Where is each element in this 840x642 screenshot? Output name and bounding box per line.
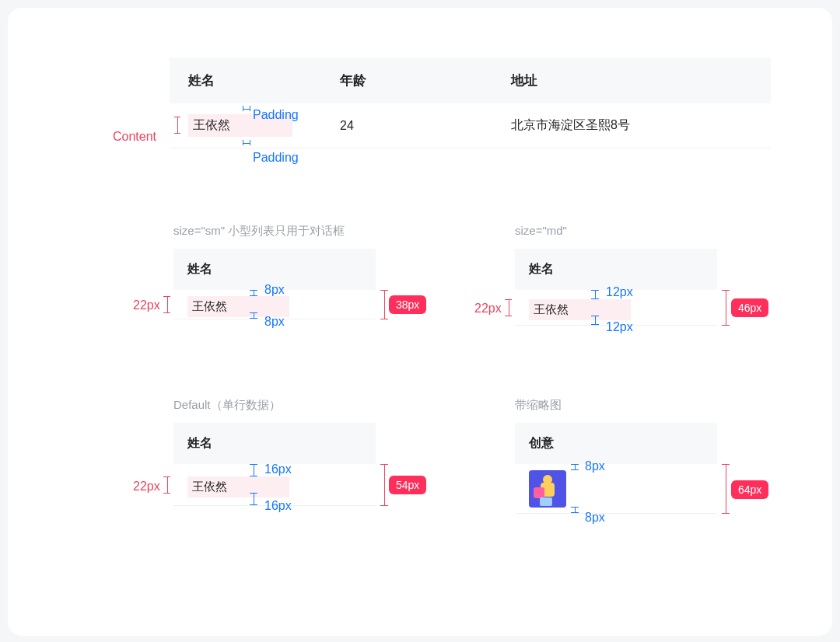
sm-row-h: 38px [389, 295, 426, 314]
default-cell: 王依然 [187, 476, 289, 497]
thumb-header: 创意 [515, 423, 717, 464]
sm-cell: 王依然 [187, 296, 289, 317]
md-cell: 王依然 [529, 299, 631, 320]
sm-pad-top-beam [250, 290, 257, 296]
md-caption: size="md" [515, 224, 567, 237]
spec-canvas: 姓名 年龄 地址 王依然 24 北京市海淀区圣熙8号 Content Paddi… [8, 8, 832, 636]
spec-thumb: 创意 [515, 423, 717, 514]
md-header: 姓名 [515, 249, 717, 290]
default-caption: Default（单行数据） [173, 398, 281, 413]
thumb-pad-bot: 8px [585, 511, 605, 525]
main-addr-cell: 北京市海淀区圣熙8号 [511, 117, 752, 134]
content-height-beam [174, 117, 180, 134]
md-rowh-beam [722, 290, 730, 326]
thumb-pad-bot-beam [571, 507, 579, 513]
padding-bottom-beam [243, 140, 250, 145]
default-header: 姓名 [173, 423, 376, 464]
default-pad-top: 16px [264, 462, 292, 476]
sm-content-h: 22px [133, 298, 160, 312]
col-header-age: 年龄 [340, 72, 511, 89]
default-content-h: 22px [133, 480, 160, 494]
col-header-name: 姓名 [188, 72, 340, 89]
default-row-h: 54px [389, 476, 426, 494]
md-pad-top-beam [591, 290, 599, 299]
md-row-h: 46px [731, 298, 768, 317]
thumb-row [515, 464, 717, 514]
content-label: Content [113, 130, 156, 144]
padding-top-beam [243, 106, 250, 111]
md-content-beam [505, 299, 512, 316]
default-content-beam [163, 476, 170, 494]
thumb-pad-top: 8px [585, 459, 605, 473]
default-pad-bot: 16px [264, 499, 292, 513]
md-content-h: 22px [474, 302, 502, 316]
sm-pad-top: 8px [264, 283, 285, 297]
md-pad-top: 12px [606, 285, 633, 299]
default-pad-top-beam [250, 464, 257, 476]
sm-pad-bot-beam [250, 312, 257, 319]
col-header-addr: 地址 [511, 72, 752, 89]
spec-inner: 姓名 年龄 地址 王依然 24 北京市海淀区圣熙8号 Content Paddi… [50, 48, 790, 600]
main-table: 姓名 年龄 地址 王依然 24 北京市海淀区圣熙8号 [170, 58, 771, 148]
thumb-pad-top-beam [571, 464, 579, 470]
thumb-caption: 带缩略图 [515, 398, 562, 413]
thumbnail-icon [529, 470, 566, 508]
sm-content-beam [163, 296, 170, 313]
sm-pad-bot: 8px [264, 315, 285, 329]
thumb-rowh-beam [722, 464, 730, 514]
padding-bottom-label: Padding [253, 151, 299, 165]
main-age-cell: 24 [340, 119, 511, 133]
md-pad-bot-beam [591, 316, 599, 325]
sm-rowh-beam [380, 290, 388, 319]
default-pad-bot-beam [250, 493, 257, 505]
main-table-head-row: 姓名 年龄 地址 [170, 58, 771, 103]
padding-top-label: Padding [253, 108, 299, 122]
sm-caption: size="sm" 小型列表只用于对话框 [173, 224, 345, 239]
md-pad-bot: 12px [606, 320, 633, 334]
thumb-figure-box [540, 497, 552, 506]
thumb-figure-camera [534, 487, 544, 498]
default-rowh-beam [380, 464, 388, 506]
thumb-row-h: 64px [731, 480, 768, 499]
